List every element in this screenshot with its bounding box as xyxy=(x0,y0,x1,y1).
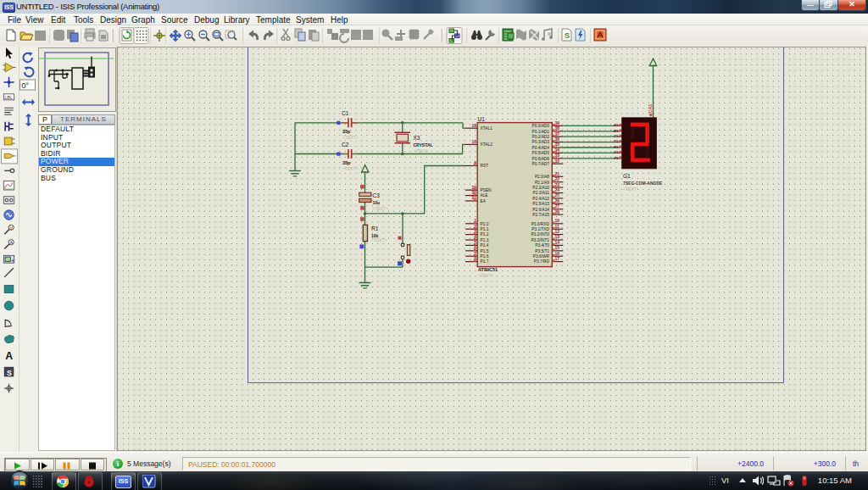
svg-text:XTAL2: XTAL2 xyxy=(481,142,493,147)
svg-text:32: 32 xyxy=(555,159,560,164)
svg-text:P1.6: P1.6 xyxy=(481,254,489,259)
svg-text:LBL: LBL xyxy=(4,95,12,100)
svg-text:V: V xyxy=(9,226,13,231)
svg-text:36: 36 xyxy=(555,136,560,142)
svg-text:33: 33 xyxy=(555,153,560,158)
svg-text:CRYSTAL: CRYSTAL xyxy=(414,142,433,148)
svg-text:A: A xyxy=(10,240,14,245)
svg-text:7SEG-COM-ANODE: 7SEG-COM-ANODE xyxy=(623,181,663,186)
svg-text:11: 11 xyxy=(555,224,560,229)
svg-text:P2.6/A14: P2.6/A14 xyxy=(532,208,549,212)
svg-text:P1.5: P1.5 xyxy=(481,249,489,253)
svg-text:ALE: ALE xyxy=(481,193,488,198)
svg-text:RST: RST xyxy=(481,164,489,168)
svg-text:F1: F1 xyxy=(614,156,619,160)
svg-text:P3.7/RD: P3.7/RD xyxy=(534,259,550,264)
svg-text:P2.1/A9: P2.1/A9 xyxy=(535,181,549,185)
svg-text:P2.5/A13: P2.5/A13 xyxy=(532,202,549,206)
svg-text:P3.0/RXD: P3.0/RXD xyxy=(531,222,550,226)
svg-text:P0.6/AD6: P0.6/AD6 xyxy=(531,157,549,161)
svg-text:P3.4/T0: P3.4/T0 xyxy=(535,243,549,248)
svg-text:P1.1: P1.1 xyxy=(481,227,489,231)
svg-text:33p: 33p xyxy=(342,129,351,134)
svg-text:21: 21 xyxy=(555,171,560,176)
svg-text:S: S xyxy=(565,31,570,40)
svg-text:<TEXT>: <TEXT> xyxy=(342,166,359,171)
svg-text:P0.4/AD4: P0.4/AD4 xyxy=(531,146,549,150)
svg-text:18: 18 xyxy=(471,139,476,144)
svg-text:<TEXT>: <TEXT> xyxy=(414,148,430,153)
svg-text:C1: C1 xyxy=(614,134,619,138)
svg-text:P0.0/AD0: P0.0/AD0 xyxy=(531,124,549,128)
svg-text:XTAL1: XTAL1 xyxy=(481,126,493,131)
svg-text:P3.1/TXD: P3.1/TXD xyxy=(531,227,549,231)
svg-text:G1: G1 xyxy=(623,173,631,179)
svg-text:C1: C1 xyxy=(342,110,349,116)
svg-text:15: 15 xyxy=(555,245,560,250)
svg-text:33p: 33p xyxy=(342,160,351,165)
svg-text:39: 39 xyxy=(555,120,560,125)
svg-text:P1.7: P1.7 xyxy=(481,259,489,264)
svg-text:19: 19 xyxy=(471,123,476,128)
svg-text:P3.5/T1: P3.5/T1 xyxy=(535,249,549,253)
svg-text:P2.4/A12: P2.4/A12 xyxy=(532,197,549,201)
svg-text:A1: A1 xyxy=(614,123,619,127)
svg-text:P2.0/A8: P2.0/A8 xyxy=(535,175,549,179)
svg-text:<TEXT>: <TEXT> xyxy=(342,135,359,140)
svg-text:P0.3/AD3: P0.3/AD3 xyxy=(531,140,549,144)
svg-text:P1.0: P1.0 xyxy=(481,222,489,226)
svg-text:13: 13 xyxy=(555,234,560,239)
svg-text:P3.6/WR: P3.6/WR xyxy=(533,254,550,259)
svg-text:34: 34 xyxy=(555,148,560,153)
svg-text:P2.3/A11: P2.3/A11 xyxy=(533,191,550,195)
svg-text:PSEN: PSEN xyxy=(481,188,492,192)
svg-text:C3: C3 xyxy=(373,192,381,198)
svg-text:D1: D1 xyxy=(614,139,619,143)
svg-text:P1.3: P1.3 xyxy=(481,238,489,242)
svg-text:12: 12 xyxy=(555,229,560,234)
svg-text:S: S xyxy=(7,369,12,377)
svg-text:B1: B1 xyxy=(614,129,619,133)
svg-text:27: 27 xyxy=(555,203,560,209)
svg-text:P0.5/AD5: P0.5/AD5 xyxy=(531,151,549,155)
svg-text:10u: 10u xyxy=(373,200,381,205)
svg-text:26: 26 xyxy=(555,198,560,203)
svg-text:P3.3/INT1: P3.3/INT1 xyxy=(531,238,549,242)
svg-text:P3.2/INT0: P3.2/INT0 xyxy=(531,232,549,237)
svg-text:28: 28 xyxy=(555,209,560,214)
svg-text:14: 14 xyxy=(555,240,560,245)
svg-text:G1: G1 xyxy=(614,150,619,154)
svg-text:EA: EA xyxy=(481,199,487,203)
svg-text:<TEXT>: <TEXT> xyxy=(371,237,387,242)
svg-text:P2.7/A15: P2.7/A15 xyxy=(532,213,549,217)
svg-text:<TEXT>: <TEXT> xyxy=(478,273,494,278)
svg-text:17: 17 xyxy=(555,256,560,261)
svg-text:<TEXT>: <TEXT> xyxy=(373,206,389,211)
svg-text:22: 22 xyxy=(555,176,560,181)
svg-text:E1: E1 xyxy=(614,145,619,149)
svg-text:P0.7/AD7: P0.7/AD7 xyxy=(531,162,549,166)
svg-text:AT89C51: AT89C51 xyxy=(478,267,498,272)
svg-text:CA1: CA1 xyxy=(648,104,653,114)
svg-text:R1: R1 xyxy=(371,226,379,231)
svg-text:P0.1/AD1: P0.1/AD1 xyxy=(531,130,549,134)
svg-text:P1.2: P1.2 xyxy=(481,232,489,237)
svg-text:35: 35 xyxy=(555,142,560,147)
svg-text:A: A xyxy=(5,350,13,362)
svg-text:0°: 0° xyxy=(22,81,30,90)
svg-text:P0.2/AD2: P0.2/AD2 xyxy=(531,135,549,139)
svg-text:16: 16 xyxy=(555,251,560,256)
svg-text:P1.4: P1.4 xyxy=(481,243,489,248)
svg-text:<TEXT>: <TEXT> xyxy=(623,187,639,192)
svg-text:24: 24 xyxy=(555,187,560,192)
svg-text:P2.2/A10: P2.2/A10 xyxy=(532,186,549,190)
svg-text:37: 37 xyxy=(555,131,560,136)
svg-text:25: 25 xyxy=(555,192,560,198)
svg-text:23: 23 xyxy=(555,182,560,187)
svg-text:C2: C2 xyxy=(342,142,349,148)
svg-text:U1: U1 xyxy=(478,116,486,122)
svg-text:10: 10 xyxy=(555,218,560,223)
svg-text:38: 38 xyxy=(555,125,560,131)
svg-text:X3: X3 xyxy=(414,135,420,141)
